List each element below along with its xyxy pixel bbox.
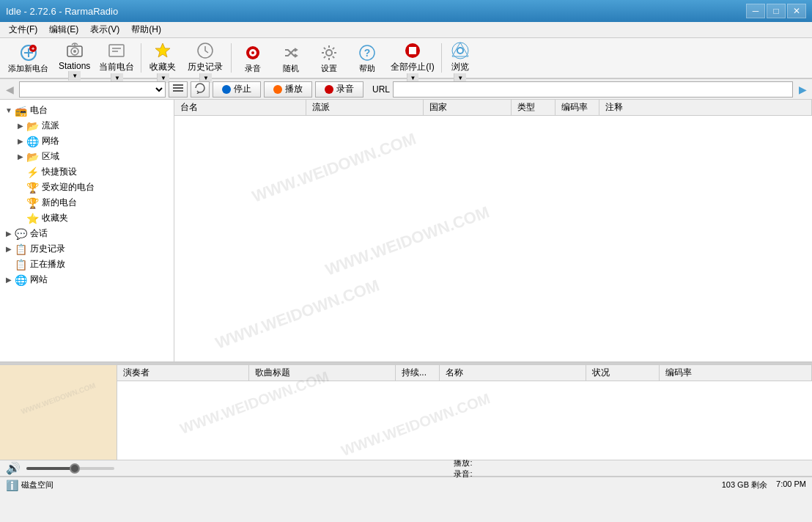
radio-icon: 📻 (15, 105, 27, 117)
play-button[interactable]: 播放 (264, 81, 312, 98)
col-artist[interactable]: 演奏者 (117, 365, 249, 381)
current-station-icon (106, 40, 127, 61)
nav-left-button[interactable]: ◀ (3, 83, 16, 96)
expand-website[interactable]: ▶ (3, 274, 15, 286)
tree-item-network[interactable]: ▶ 🌐 网络 (0, 133, 174, 149)
tree-item-radio[interactable]: ▼ 📻 电台 (0, 103, 174, 118)
stations-button[interactable]: Stations ▼ (55, 40, 94, 76)
col-duration[interactable]: 持续... (396, 365, 440, 381)
stop-label: 停止 (234, 83, 251, 95)
col-country[interactable]: 国家 (424, 100, 512, 115)
menu-file[interactable]: 文件(F) (3, 22, 43, 37)
tree-item-favorites[interactable]: ▶ ⭐ 收藏夹 (0, 210, 174, 226)
favorites-button[interactable]: 收藏夹 ▼ (144, 40, 181, 76)
stop-all-icon (402, 40, 423, 61)
favorites-label: 收藏夹 (150, 61, 176, 73)
col-title[interactable]: 歌曲标题 (249, 365, 396, 381)
menu-edit[interactable]: 编辑(E) (43, 22, 84, 37)
network-icon: 🌐 (26, 136, 39, 147)
col-status[interactable]: 状况 (586, 365, 660, 381)
presets-label: 快捷预设 (42, 166, 77, 178)
shuffle-button[interactable]: 随机 (273, 40, 309, 76)
track-list: WWW.WEIDOWN.COM WWW.WEIDOWN.COM 演奏者 歌曲标题… (117, 365, 812, 460)
svg-text:+: + (31, 45, 34, 52)
tree-item-region[interactable]: ▶ 📂 区域 (0, 149, 174, 164)
col-type[interactable]: 类型 (512, 100, 556, 115)
expand-network[interactable]: ▶ (15, 136, 26, 147)
url-input[interactable] (393, 81, 793, 98)
add-station-button[interactable]: + 添加新电台 (3, 40, 53, 76)
tree-item-popular[interactable]: ▶ 🏆 受欢迎的电台 (0, 180, 174, 195)
svg-point-7 (73, 50, 76, 53)
svg-point-25 (458, 48, 462, 53)
disk-remaining: 103 GB 剩余 (722, 479, 767, 490)
nav-right-button[interactable]: ▶ (796, 83, 809, 96)
col-bitrate[interactable]: 编码率 (556, 100, 599, 115)
volume-bar: 🔊 播放: 录音: (0, 460, 812, 477)
current-station-button[interactable]: 当前电台 ▼ (95, 40, 138, 76)
volume-icon: 🔊 (6, 461, 21, 475)
menu-help[interactable]: 帮助(H) (125, 22, 167, 37)
stations-icon (64, 40, 85, 61)
col-notes[interactable]: 注释 (599, 100, 812, 115)
col-genre[interactable]: 流派 (306, 100, 424, 115)
volume-fill (26, 467, 75, 470)
separator-2 (231, 43, 232, 73)
station-list: WWW.WEIDOWN.COM WWW.WEIDOWN.COM WWW.WEID… (174, 100, 812, 361)
close-button[interactable]: ✕ (787, 4, 806, 18)
presets-icon: ⚡ (26, 166, 39, 178)
tree-item-history[interactable]: ▶ 📋 历史记录 (0, 241, 174, 257)
svg-point-16 (251, 51, 254, 54)
record-button[interactable]: 录音 (235, 40, 271, 76)
tree-item-genre[interactable]: ▶ 📂 流派 (0, 118, 174, 133)
col-name[interactable]: 台名 (174, 100, 306, 115)
menu-view[interactable]: 表示(V) (84, 22, 125, 37)
stop-dot (222, 85, 231, 94)
tree-item-sessions[interactable]: ▶ 💬 会话 (0, 226, 174, 241)
refresh-button[interactable] (191, 81, 210, 98)
play-dot (273, 85, 282, 94)
sessions-icon: 💬 (15, 228, 27, 240)
maximize-button[interactable]: □ (767, 4, 786, 18)
settings-button[interactable]: 设置 (311, 40, 347, 76)
stop-all-button[interactable]: 全部停止(I) ▼ (387, 40, 438, 76)
tree-item-new[interactable]: ▶ 🏆 新的电台 (0, 195, 174, 210)
sidebar: ▼ 📻 电台 ▶ 📂 流派 ▶ 🌐 网络 ▶ 📂 区域 ▶ ⚡ 快捷预设 (0, 100, 174, 361)
tree-item-presets[interactable]: ▶ ⚡ 快捷预设 (0, 164, 174, 180)
browser-label: 浏览 (451, 61, 469, 73)
separator-1 (141, 43, 141, 73)
shuffle-icon (281, 43, 301, 63)
current-station-label: 当前电台 (99, 61, 134, 73)
minimize-button[interactable]: ─ (746, 4, 765, 18)
record-url-button[interactable]: 录音 (315, 81, 363, 98)
stop-button[interactable]: 停止 (213, 81, 261, 98)
help-button[interactable]: ? 帮助 (349, 40, 385, 76)
tree-item-website[interactable]: ▶ 🌐 网站 (0, 272, 174, 287)
station-list-body (174, 116, 812, 361)
tree-item-nowplaying[interactable]: ▶ 📋 正在播放 (0, 257, 174, 272)
sessions-label: 会话 (30, 227, 48, 240)
volume-handle[interactable] (70, 463, 80, 474)
expand-radio[interactable]: ▼ (3, 105, 15, 117)
expand-genre[interactable]: ▶ (15, 120, 26, 132)
add-station-icon: + (18, 43, 39, 63)
volume-slider[interactable] (26, 467, 114, 470)
col-track-bitrate[interactable]: 编码率 (660, 365, 812, 381)
website-icon: 🌐 (15, 274, 27, 286)
expand-history[interactable]: ▶ (3, 243, 15, 255)
col-station-name[interactable]: 名称 (440, 365, 586, 381)
help-icon: ? (357, 43, 377, 63)
settings-label: 设置 (321, 63, 337, 74)
list-view-button[interactable] (169, 81, 188, 98)
browser-button[interactable]: 浏览 ▼ (445, 40, 476, 76)
nowplaying-label: 正在播放 (30, 258, 65, 271)
svg-rect-26 (173, 84, 183, 86)
history-button[interactable]: 历史记录 ▼ (182, 40, 228, 76)
expand-sessions[interactable]: ▶ (3, 228, 15, 240)
station-combo[interactable] (19, 81, 166, 98)
sidebar-favorites-label: 收藏夹 (42, 212, 68, 224)
network-label: 网络 (42, 135, 59, 147)
stations-dropdown-arrow[interactable]: ▼ (68, 71, 81, 81)
track-watermark2: WWW.WEIDOWN.COM (339, 390, 492, 460)
expand-region[interactable]: ▶ (15, 151, 26, 163)
